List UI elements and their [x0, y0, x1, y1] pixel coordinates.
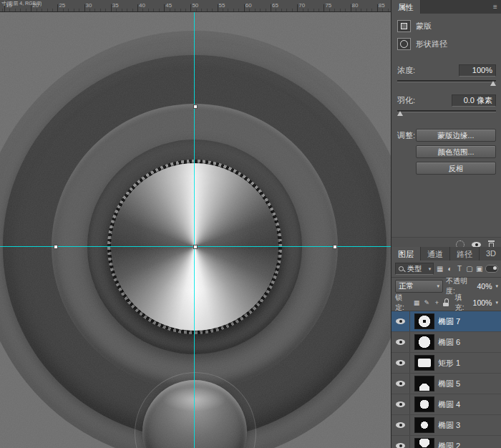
filter-smart-objects-icon[interactable]: ▣ [475, 263, 483, 274]
layer-thumbnail[interactable] [414, 313, 434, 329]
layer-row[interactable]: 椭圆 2 [391, 436, 501, 448]
eye-icon [396, 360, 405, 366]
tab-channels[interactable]: 通道 [421, 247, 450, 260]
mask-visibility-icon[interactable] [472, 242, 481, 248]
filter-toggle-switch[interactable] [485, 265, 498, 273]
adjust-buttons: 蒙版边缘... 颜色范围... 反相 [416, 129, 496, 178]
tabbar-spacer [421, 0, 489, 14]
invert-button[interactable]: 反相 [416, 162, 496, 175]
visibility-toggle[interactable] [391, 436, 410, 448]
horizontal-ruler[interactable]: 寸(图层 4, RGB/8) 1520253035404550556065707… [0, 0, 391, 12]
layer-name: 椭圆 6 [438, 337, 460, 348]
visibility-toggle[interactable] [391, 374, 410, 394]
filter-kind-label: 类型 [407, 264, 422, 274]
layer-row[interactable]: 椭圆 6 [391, 332, 501, 353]
filter-type-layers-icon[interactable]: T [456, 263, 464, 274]
chevron-down-icon: ▾ [494, 283, 498, 289]
path-anchor-point[interactable] [193, 245, 198, 249]
visibility-toggle[interactable] [391, 394, 410, 414]
feather-row: 羽化: 0.0 像素 [397, 94, 496, 107]
shape-path-row: 形状路径 [397, 36, 496, 52]
lock-pixels-icon[interactable]: ✎ [423, 299, 430, 306]
eye-icon [396, 443, 405, 448]
color-range-button[interactable]: 颜色范围... [416, 145, 496, 158]
eye-icon [396, 318, 405, 324]
layers-tabbar: 图层 通道 路径 3D ≡ [391, 247, 501, 260]
layer-thumbnail[interactable] [414, 376, 434, 391]
eye-icon [396, 339, 405, 345]
visibility-toggle[interactable] [391, 332, 410, 352]
eye-icon [396, 381, 405, 386]
density-slider-thumb[interactable] [490, 81, 496, 86]
layer-name: 椭圆 4 [438, 399, 460, 410]
layer-row[interactable]: 椭圆 5 [391, 374, 501, 394]
layer-thumbnail[interactable] [414, 438, 434, 448]
layer-row[interactable]: 椭圆 7 [391, 311, 501, 332]
layer-thumbnail[interactable] [414, 355, 434, 371]
density-slider[interactable] [397, 79, 496, 86]
layer-name: 椭圆 3 [438, 420, 460, 431]
opacity-value-text: 40% [477, 282, 492, 291]
filter-kind-dropdown[interactable]: 类型 ▾ [395, 263, 434, 275]
adjust-label: 调整: [397, 129, 415, 178]
feather-value-field[interactable]: 0.0 像素 [452, 94, 496, 107]
mask-edge-button[interactable]: 蒙版边缘... [416, 129, 496, 142]
layer-name: 椭圆 5 [438, 379, 460, 389]
visibility-toggle[interactable] [391, 353, 410, 373]
density-row: 浓度: 100% [397, 64, 496, 77]
ruler-label: 50 [192, 2, 198, 9]
chevron-down-icon: ▾ [494, 300, 498, 306]
lock-position-icon[interactable]: + [433, 299, 440, 306]
layer-thumbnail[interactable] [414, 396, 434, 412]
layers-panel: 图层 通道 路径 3D ≡ 类型 ▾ ▦ ◐ T ▢ ▣ [391, 247, 501, 448]
layer-list: 椭圆 7 椭圆 6 矩形 1 椭圆 5 [391, 311, 501, 448]
filter-search-icon [398, 266, 405, 273]
mask-badge-icon [397, 20, 411, 32]
feather-slider[interactable] [397, 109, 496, 116]
blend-mode-value: 正常 [399, 281, 414, 291]
lock-label: 锁定: [395, 293, 410, 313]
lock-transparency-icon[interactable]: ▦ [413, 299, 420, 306]
visibility-toggle[interactable] [391, 415, 410, 435]
ruler-label: 30 [86, 2, 92, 9]
delete-mask-icon[interactable] [488, 240, 495, 247]
path-anchor-point[interactable] [54, 245, 58, 249]
visibility-toggle[interactable] [391, 311, 410, 331]
tab-properties[interactable]: 属性 [391, 0, 421, 14]
layer-thumbnail[interactable] [414, 334, 434, 350]
ruler-label: 40 [139, 2, 145, 9]
blend-mode-dropdown[interactable]: 正常 ▾ [395, 280, 443, 293]
layer-thumbnail[interactable] [414, 417, 434, 433]
properties-footer [391, 237, 501, 247]
ruler-label: 45 [165, 2, 172, 9]
load-selection-icon[interactable] [456, 240, 464, 248]
density-label: 浓度: [397, 65, 415, 76]
path-anchor-point[interactable] [333, 245, 337, 249]
adjust-section: 调整: 蒙版边缘... 颜色范围... 反相 [397, 129, 496, 178]
ruler-label: 35 [112, 2, 119, 9]
panel-menu-icon[interactable]: ≡ [489, 0, 501, 14]
filter-shape-layers-icon[interactable]: ▢ [466, 263, 474, 274]
tab-layers[interactable]: 图层 [391, 247, 421, 260]
eye-icon [396, 401, 405, 407]
lock-row: 锁定: ▦ ✎ + 填充: 100% ▾ [391, 294, 501, 311]
path-anchor-point[interactable] [193, 104, 198, 109]
fill-value[interactable]: 100% ▾ [473, 298, 498, 307]
vertical-guide[interactable] [194, 11, 195, 448]
layer-row[interactable]: 椭圆 3 [391, 415, 501, 436]
mask-label: 蒙版 [416, 21, 432, 31]
chevron-down-icon: ▾ [436, 283, 440, 289]
lock-all-icon[interactable] [443, 298, 449, 306]
layer-row[interactable]: 椭圆 4 [391, 394, 501, 415]
chevron-down-icon: ▾ [429, 266, 432, 272]
ruler-label: 60 [245, 2, 252, 9]
filter-adjustment-layers-icon[interactable]: ◐ [446, 263, 454, 274]
layer-row[interactable]: 矩形 1 [391, 353, 501, 374]
tab-3d[interactable]: 3D [480, 247, 501, 260]
tab-paths[interactable]: 路径 [450, 247, 480, 260]
canvas[interactable] [0, 11, 391, 448]
opacity-value[interactable]: 40% ▾ [477, 282, 498, 291]
filter-pixel-layers-icon[interactable]: ▦ [436, 263, 444, 274]
density-value-field[interactable]: 100% [459, 64, 496, 77]
feather-slider-thumb[interactable] [397, 111, 403, 116]
